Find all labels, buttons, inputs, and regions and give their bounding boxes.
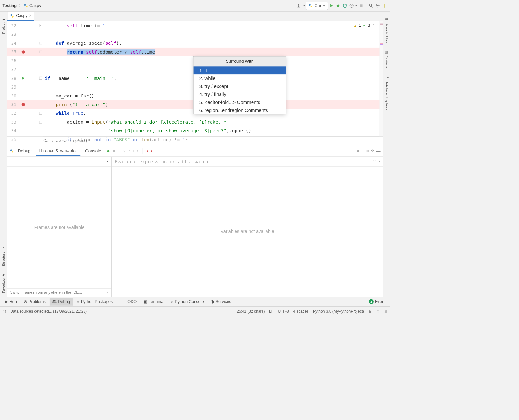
close-icon[interactable]: ×: [29, 14, 31, 18]
step-over-icon[interactable]: ↷: [128, 149, 130, 152]
editor-scrollbar[interactable]: [380, 21, 383, 136]
step-into-icon[interactable]: ↓: [133, 149, 134, 152]
indent-setting[interactable]: 4 spaces: [293, 309, 308, 314]
svg-point-16: [10, 149, 12, 151]
debug-tab[interactable]: 🐞︎Debug: [50, 298, 73, 305]
popup-item-while[interactable]: 2. while: [194, 74, 286, 82]
users-dropdown-icon[interactable]: ▾: [302, 2, 306, 9]
file-encoding[interactable]: UTF-8: [278, 309, 289, 314]
popup-title: Surround With: [194, 57, 286, 67]
profile-dropdown-icon[interactable]: ▾: [355, 2, 358, 9]
lock-icon[interactable]: 🔒︎: [368, 309, 372, 314]
debug-bug-icon[interactable]: [106, 148, 111, 153]
frames-thread-selector[interactable]: ▾: [7, 157, 112, 166]
stop-icon[interactable]: [358, 2, 364, 9]
right-tool-strip: ▦Remote Host ▤SciView ≡Database Explorer: [383, 12, 390, 297]
remote-host-tool-button[interactable]: ▦Remote Host: [384, 14, 390, 47]
line-separator[interactable]: LF: [269, 309, 274, 314]
bug-icon: 🐞︎: [52, 299, 57, 304]
breadcrumb-project[interactable]: Testing: [3, 3, 17, 8]
user-icon[interactable]: 👤︎: [384, 309, 388, 314]
editor-area: Car.py × 22− 23 24− 25− 26 27 28− 29 30 …: [7, 12, 383, 297]
event-log-tab[interactable]: 2Event: [366, 298, 388, 305]
todo-tab[interactable]: ≔TODO: [116, 298, 140, 306]
debug-tab-console[interactable]: Console: [82, 146, 104, 155]
dropdown-icon: ▾: [107, 159, 108, 163]
sync-icon[interactable]: ⟳: [377, 309, 380, 313]
database-tool-button[interactable]: ≡Database Explorer: [384, 72, 390, 114]
check-icon: ✔: [363, 23, 365, 27]
hide-icon[interactable]: —: [376, 148, 381, 153]
view-breakpoints-icon[interactable]: ●: [146, 149, 148, 152]
settings-icon[interactable]: ⚙: [371, 149, 374, 152]
next-highlight-icon[interactable]: ˅: [377, 23, 379, 27]
code-body[interactable]: ▲1 ✔3 ˄ ˅ self.time += 1 def average_spe…: [43, 21, 383, 136]
fold-icon[interactable]: −: [39, 24, 42, 27]
more-icon[interactable]: ⋮: [155, 149, 158, 152]
editor-tab[interactable]: Car.py ×: [7, 11, 34, 21]
sciview-icon: ▤: [385, 51, 389, 54]
breakpoint-icon[interactable]: [22, 50, 25, 54]
fold-icon[interactable]: −: [39, 121, 42, 123]
svg-point-14: [11, 14, 12, 16]
layout-icon[interactable]: ▥: [366, 149, 369, 152]
ide-logo-icon[interactable]: [381, 2, 388, 9]
search-icon[interactable]: [368, 2, 374, 9]
breadcrumb-file[interactable]: Car.py: [29, 3, 41, 8]
sciview-tool-button[interactable]: ▤SciView: [384, 47, 390, 72]
close-icon[interactable]: ×: [106, 290, 108, 295]
glasses-icon[interactable]: 👓︎: [373, 159, 376, 163]
run-tab[interactable]: ▶Run: [2, 298, 20, 306]
debug-tab-threads[interactable]: Threads & Variables: [36, 146, 80, 156]
prev-highlight-icon[interactable]: ˄: [372, 23, 374, 27]
fold-icon[interactable]: −: [39, 112, 42, 115]
settings-icon[interactable]: [374, 2, 381, 9]
run-icon[interactable]: [328, 2, 335, 9]
python-icon: ⍟: [171, 299, 173, 304]
debug-icon[interactable]: [335, 2, 341, 9]
python-packages-tab[interactable]: ⧈Python Packages: [74, 298, 116, 305]
favorites-tool-button[interactable]: Favorites★: [1, 270, 7, 297]
breakpoint-icon[interactable]: [22, 103, 25, 106]
stop-icon[interactable]: ■: [113, 149, 115, 152]
evaluate-expression-input[interactable]: Evaluate expression or add a watch: [115, 159, 373, 164]
python-icon: [10, 149, 14, 153]
popup-item-try-except[interactable]: 3. try / except: [194, 82, 286, 90]
python-interpreter[interactable]: Python 3.8 (MyPythonProject): [313, 309, 364, 314]
editor-gutter[interactable]: 22− 23 24− 25− 26 27 28− 29 30 31 32− 33…: [7, 21, 43, 136]
caret-position[interactable]: 25:41 (32 chars): [237, 309, 265, 314]
editor-tabs: Car.py ×: [7, 12, 383, 21]
resume-icon[interactable]: ▷: [123, 149, 125, 152]
fold-icon[interactable]: −: [39, 42, 42, 44]
svg-point-9: [350, 4, 353, 7]
popup-item-editor-fold[interactable]: 5. <editor-fold...> Comments: [194, 98, 286, 106]
close-panel-icon[interactable]: ×: [356, 148, 359, 153]
popup-item-try-finally[interactable]: 4. try / finally: [194, 90, 286, 98]
structure-tool-button[interactable]: Structure∷: [1, 243, 7, 270]
svg-line-8: [339, 5, 340, 5]
run-config-selector[interactable]: Car ▾: [306, 2, 328, 10]
variables-panel: Evaluate expression or add a watch 👓︎ ▾ …: [112, 157, 383, 297]
fold-icon[interactable]: −: [39, 51, 42, 53]
services-tab[interactable]: ◑Services: [208, 298, 234, 306]
problems-tab[interactable]: ⊘Problems: [21, 298, 49, 306]
status-message[interactable]: Data sources detected... (17/09/2021, 21…: [10, 309, 87, 314]
terminal-tab[interactable]: ▣Terminal: [140, 298, 167, 306]
code-editor[interactable]: 22− 23 24− 25− 26 27 28− 29 30 31 32− 33…: [7, 21, 383, 136]
inspections-widget[interactable]: ▲1 ✔3 ˄ ˅: [354, 23, 379, 27]
python-console-tab[interactable]: ⍟Python Console: [168, 298, 206, 305]
coverage-icon[interactable]: [341, 2, 348, 9]
users-icon[interactable]: [296, 2, 302, 9]
popup-item-region[interactable]: 6. region...endregion Comments: [194, 106, 286, 114]
popup-item-if[interactable]: 1. if: [194, 66, 286, 74]
step-out-icon[interactable]: ↑: [137, 149, 138, 152]
database-icon: ≡: [385, 75, 389, 79]
tool-windows-icon[interactable]: ▢: [3, 309, 6, 313]
dropdown-icon[interactable]: ▾: [379, 159, 380, 163]
run-line-icon[interactable]: [22, 77, 25, 80]
svg-point-13: [377, 5, 379, 6]
mute-breakpoints-icon[interactable]: ●: [150, 149, 152, 152]
project-tool-button[interactable]: Project▮: [1, 14, 7, 37]
profile-icon[interactable]: [348, 2, 355, 9]
fold-icon[interactable]: −: [39, 77, 42, 80]
